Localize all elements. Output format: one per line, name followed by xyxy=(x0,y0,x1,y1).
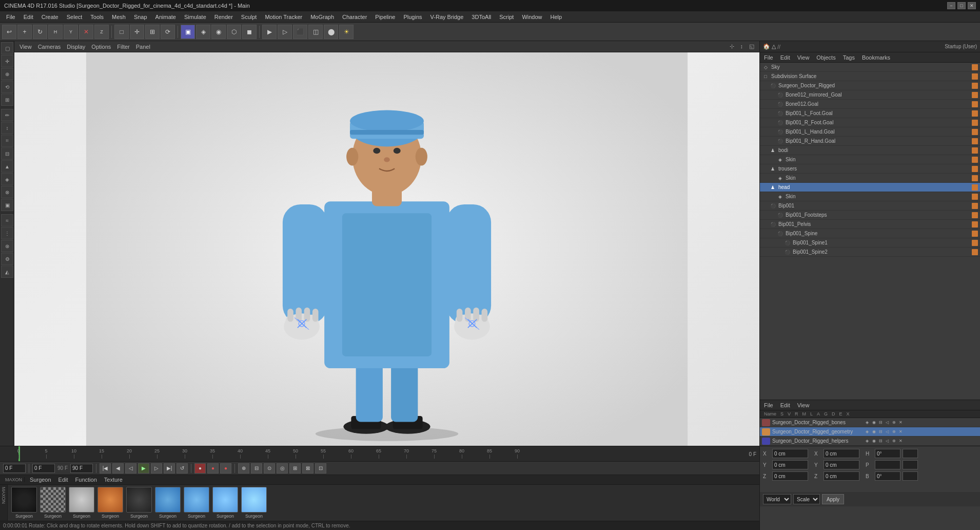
material-menu-edit[interactable]: Edit xyxy=(56,476,70,483)
viewport-menu-view[interactable]: View xyxy=(17,43,34,50)
toolbar-mode2[interactable]: ◈ xyxy=(196,25,210,39)
attr-small-icon-2-5[interactable]: ✕ xyxy=(898,439,903,444)
transport-play[interactable]: ▶ xyxy=(138,463,149,474)
material-menu-texture[interactable]: Texture xyxy=(102,476,125,483)
attr-small-icon-1-3[interactable]: ◁ xyxy=(885,429,890,434)
toolbar-light[interactable]: ☀ xyxy=(339,25,354,39)
menu-item-file[interactable]: File xyxy=(2,13,19,21)
viewport-menu-cameras[interactable]: Cameras xyxy=(36,43,63,50)
viewport-menu-filter[interactable]: Filter xyxy=(115,43,131,50)
tool-array[interactable]: ⋮ xyxy=(1,227,13,239)
toolbar-render1[interactable]: ▶ xyxy=(262,25,277,39)
tool-material2[interactable]: ◭ xyxy=(1,266,13,278)
transport-record2[interactable]: ● xyxy=(207,463,219,474)
transport-mode6[interactable]: ⊠ xyxy=(302,463,313,474)
tool-scale[interactable]: ⊕ xyxy=(1,68,13,80)
tool-magnet[interactable]: ↕ xyxy=(1,122,13,134)
material-menu-function[interactable]: Function xyxy=(73,476,99,483)
transport-record3[interactable]: ● xyxy=(220,463,231,474)
object-row-19[interactable]: ⚫Bip001_Spine1 xyxy=(760,238,980,248)
menu-item-plugins[interactable]: Plugins xyxy=(399,13,426,21)
transport-prev-frame[interactable]: ◀ xyxy=(112,463,124,474)
attr-small-icon-0-5[interactable]: ✕ xyxy=(898,420,903,425)
attr-small-icon-0-0[interactable]: ◈ xyxy=(865,420,870,425)
object-row-15[interactable]: ⚫Bip001 xyxy=(760,201,980,211)
tool-poly2[interactable]: ▣ xyxy=(1,199,13,211)
menu-item-mesh[interactable]: Mesh xyxy=(108,13,130,21)
coord-p-input[interactable] xyxy=(875,460,900,469)
attr-menu-file[interactable]: File xyxy=(762,402,775,409)
menu-item-tools[interactable]: Tools xyxy=(86,13,108,21)
toolbar-poly[interactable]: ▣ xyxy=(181,25,195,39)
material-item-7[interactable]: Surgeon xyxy=(212,487,239,519)
coord-x2-input[interactable] xyxy=(824,449,859,458)
material-item-2[interactable]: Surgeon xyxy=(68,487,95,519)
coord-h-input[interactable] xyxy=(875,449,900,458)
tool-spline[interactable]: ≈ xyxy=(1,214,13,226)
transport-mode4[interactable]: ◎ xyxy=(277,463,288,474)
menu-item-render[interactable]: Render xyxy=(210,13,237,21)
toolbar-render3[interactable]: ⬛ xyxy=(293,25,307,39)
toolbar-square1[interactable]: □ xyxy=(114,25,129,39)
toolbar-mode5[interactable]: ◼ xyxy=(242,25,257,39)
toolbar-render4[interactable]: ◫ xyxy=(308,25,323,39)
transport-loop[interactable]: ↺ xyxy=(177,463,188,474)
coord-z2-input[interactable] xyxy=(824,471,859,481)
attr-row-0[interactable]: Surgeon_Doctor_Rigged_bones◈◉⊟◁⊕✕ xyxy=(760,418,980,427)
menu-item-window[interactable]: Window xyxy=(518,13,546,21)
menu-item-animate[interactable]: Animate xyxy=(151,13,180,21)
tool-bevel[interactable]: ◈ xyxy=(1,173,13,185)
viewport-nav-icon1[interactable]: ⊹ xyxy=(728,43,736,50)
scale-dropdown[interactable]: Scale xyxy=(793,494,820,504)
object-row-1[interactable]: □Subdivision Surface xyxy=(760,72,980,81)
coord-num2-input[interactable] xyxy=(903,460,918,469)
object-row-14[interactable]: ◈Skin xyxy=(760,192,980,201)
toolbar-mode4[interactable]: ⬡ xyxy=(227,25,241,39)
attr-small-icon-2-1[interactable]: ◉ xyxy=(871,439,876,444)
end-frame-input[interactable] xyxy=(70,464,93,473)
objects-menu-objects[interactable]: Objects xyxy=(814,54,837,61)
coord-x-input[interactable] xyxy=(772,449,808,458)
attr-small-icon-1-2[interactable]: ⊟ xyxy=(878,429,883,434)
attr-small-icon-0-2[interactable]: ⊟ xyxy=(878,420,883,425)
menu-item-help[interactable]: Help xyxy=(546,13,566,21)
attr-row-1[interactable]: Surgeon_Doctor_Rigged_geometry◈◉⊟◁⊕✕ xyxy=(760,427,980,437)
viewport[interactable] xyxy=(14,52,759,446)
toolbar-rotate[interactable]: ↻ xyxy=(33,25,47,39)
transport-mode7[interactable]: ⊡ xyxy=(315,463,326,474)
transport-mode2[interactable]: ⊟ xyxy=(251,463,262,474)
tool-cloner[interactable]: ⊛ xyxy=(1,240,13,252)
menu-item-script[interactable]: Script xyxy=(495,13,518,21)
object-row-3[interactable]: ⚫Bone012_mirrored_Goal xyxy=(760,90,980,100)
tool-bridge[interactable]: ⊟ xyxy=(1,147,13,160)
object-row-8[interactable]: ⚫Bip001_R_Hand.Goal xyxy=(760,137,980,146)
material-item-5[interactable]: Surgeon xyxy=(154,487,181,519)
material-item-0[interactable]: Surgeon xyxy=(11,487,37,519)
transport-mode5[interactable]: ⊞ xyxy=(289,463,301,474)
object-row-16[interactable]: ⚫Bip001_Footsteps xyxy=(760,211,980,220)
tool-loop[interactable]: ⊗ xyxy=(1,186,13,198)
attr-small-icon-2-2[interactable]: ⊟ xyxy=(878,439,883,444)
material-menu-create[interactable]: Surgeon xyxy=(28,476,53,483)
transport-next-frame[interactable]: ▷ xyxy=(151,463,162,474)
attr-small-icon-2-4[interactable]: ⊕ xyxy=(891,439,896,444)
attr-menu-edit[interactable]: Edit xyxy=(778,402,792,409)
attr-small-icon-0-1[interactable]: ◉ xyxy=(871,420,876,425)
coord-y2-input[interactable] xyxy=(824,460,859,469)
tool-select[interactable]: ▢ xyxy=(1,42,13,54)
maximize-button[interactable]: □ xyxy=(957,2,966,9)
viewport-nav-icon3[interactable]: ◱ xyxy=(747,43,756,50)
toolbar-render2[interactable]: ▷ xyxy=(278,25,292,39)
objects-menu-bookmarks[interactable]: Bookmarks xyxy=(860,54,892,61)
toolbar-move[interactable]: ✛ xyxy=(130,25,144,39)
object-row-7[interactable]: ⚫Bip001_L_Hand.Goal xyxy=(760,127,980,137)
menu-item-create[interactable]: Create xyxy=(37,13,63,21)
coord-num1-input[interactable] xyxy=(903,449,918,458)
coord-z-input[interactable] xyxy=(772,471,808,481)
viewport-nav-icon2[interactable]: ↕ xyxy=(738,43,746,50)
viewport-menu-panel[interactable]: Panel xyxy=(134,43,152,50)
menu-item-pipeline[interactable]: Pipeline xyxy=(371,13,399,21)
object-row-2[interactable]: ⚫Surgeon_Doctor_Rigged xyxy=(760,81,980,90)
material-item-8[interactable]: Surgeon xyxy=(241,487,267,519)
transport-mode1[interactable]: ⊕ xyxy=(238,463,249,474)
